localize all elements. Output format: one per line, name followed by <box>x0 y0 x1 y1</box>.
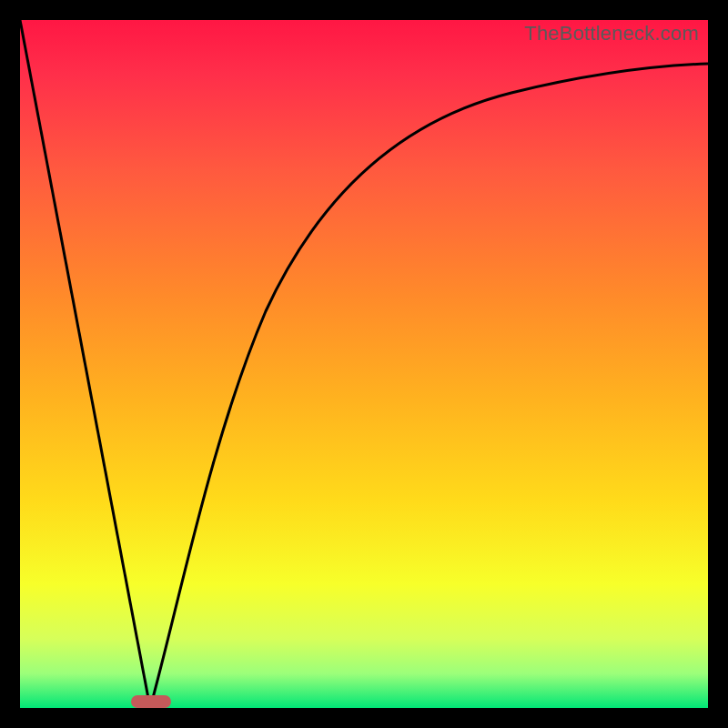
chart-frame: TheBottleneck.com <box>0 0 728 728</box>
left-line <box>20 20 150 708</box>
plot-area: TheBottleneck.com <box>20 20 708 708</box>
optimal-marker <box>131 695 171 708</box>
watermark-text: TheBottleneck.com <box>524 22 699 46</box>
right-curve <box>150 64 708 708</box>
curves-layer <box>20 20 708 708</box>
